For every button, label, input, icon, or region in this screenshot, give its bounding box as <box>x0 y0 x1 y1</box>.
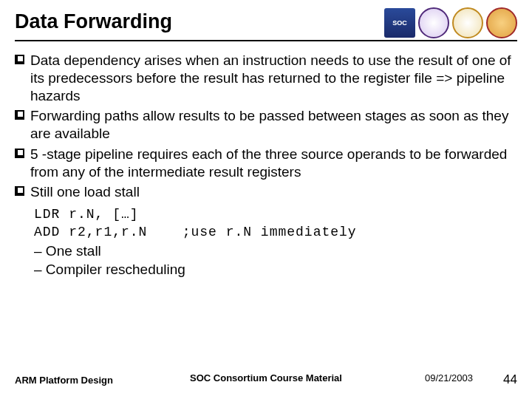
bullet-text: Forwarding paths allow results to be pas… <box>30 107 517 143</box>
shadow-box-icon <box>15 186 24 196</box>
university-logo-2-icon <box>486 7 517 38</box>
footer-date: 09/21/2003 <box>425 372 473 383</box>
soc-logo-icon: SOC <box>384 8 415 38</box>
footer: ARM Platform Design SOC Consortium Cours… <box>15 372 517 387</box>
header: Data Forwarding SOC <box>15 7 517 41</box>
bullet-item: 5 -stage pipeline requires each of the t… <box>15 146 517 181</box>
page-title: Data Forwarding <box>15 7 172 33</box>
sub-list-item: Compiler rescheduling <box>34 260 517 279</box>
code-line: ADD r2,r1,r.N ;use r.N immediately <box>34 225 357 239</box>
consortium-logo-icon <box>418 7 449 38</box>
sub-list-item: One stall <box>34 242 517 261</box>
university-logo-1-icon <box>452 7 483 38</box>
sub-list-text: Compiler rescheduling <box>46 262 185 277</box>
footer-left: ARM Platform Design <box>15 375 113 386</box>
page-number: 44 <box>503 372 517 387</box>
body: Data dependency arises when an instructi… <box>15 52 517 279</box>
sub-list: One stall Compiler rescheduling <box>34 242 517 279</box>
shadow-box-icon <box>15 110 24 120</box>
bullet-text: 5 -stage pipeline requires each of the t… <box>30 146 517 181</box>
bullet-item: Data dependency arises when an instructi… <box>15 52 517 104</box>
bullet-item: Forwarding paths allow results to be pas… <box>15 107 517 143</box>
slide: Data Forwarding SOC Data dependency aris… <box>0 0 532 399</box>
sub-list-text: One stall <box>46 243 101 259</box>
code-block: LDR r.N, […] ADD r2,r1,r.N ;use r.N imme… <box>34 205 517 242</box>
code-line: LDR r.N, […] <box>34 207 139 222</box>
bullet-item: Still one load stall <box>15 183 517 201</box>
logo-row: SOC <box>384 7 517 38</box>
bullet-text: Data dependency arises when an instructi… <box>30 52 517 104</box>
soc-logo-text: SOC <box>392 20 407 27</box>
shadow-box-icon <box>15 55 24 64</box>
footer-center: SOC Consortium Course Material <box>190 372 342 383</box>
shadow-box-icon <box>15 149 24 158</box>
bullet-text: Still one load stall <box>30 183 517 201</box>
